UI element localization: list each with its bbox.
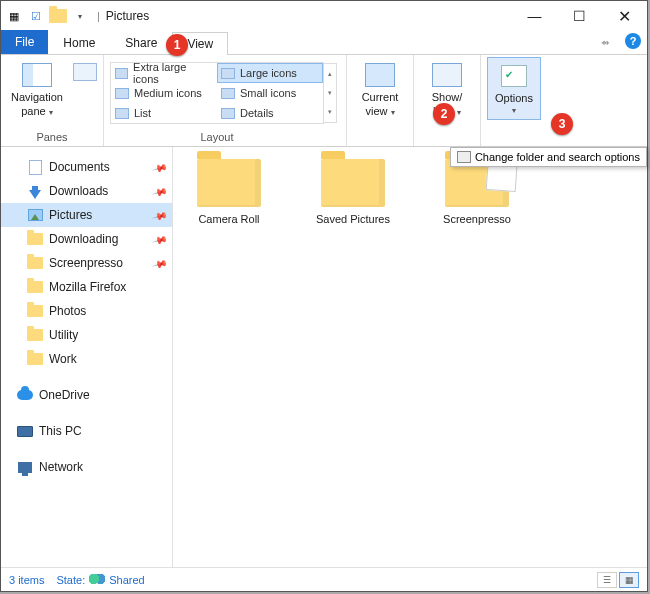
folder-icon bbox=[27, 280, 43, 294]
sidebar-label: OneDrive bbox=[39, 388, 90, 402]
checkbox-icon[interactable]: ☑ bbox=[27, 7, 45, 25]
icons-view-toggle[interactable]: ▦ bbox=[619, 572, 639, 588]
sidebar-item-mozilla-firefox[interactable]: Mozilla Firefox bbox=[1, 275, 172, 299]
layout-gallery[interactable]: Extra large icons Large icons Medium ico… bbox=[110, 62, 324, 124]
properties-icon[interactable]: ▦ bbox=[5, 7, 23, 25]
sidebar-item-downloads[interactable]: Downloads📌 bbox=[1, 179, 172, 203]
options-icon: ✔ bbox=[501, 65, 527, 87]
layout-extra-large-icons[interactable]: Extra large icons bbox=[111, 63, 217, 83]
folder-icon bbox=[321, 159, 385, 207]
folder-camera-roll[interactable]: Camera Roll bbox=[183, 159, 275, 225]
ribbon-group-panes: Navigation pane ▾ Panes bbox=[1, 55, 104, 146]
onedrive-icon bbox=[17, 388, 33, 402]
folder-icon bbox=[197, 159, 261, 207]
pin-icon: 📌 bbox=[152, 207, 168, 223]
status-state: State: Shared bbox=[56, 574, 144, 586]
explorer-body: Documents📌 Downloads📌 Pictures📌 Download… bbox=[1, 147, 647, 567]
sidebar-item-screenpresso[interactable]: Screenpresso📌 bbox=[1, 251, 172, 275]
folder-saved-pictures[interactable]: Saved Pictures bbox=[307, 159, 399, 225]
sidebar-item-photos[interactable]: Photos bbox=[1, 299, 172, 323]
navigation-pane-button[interactable]: Navigation pane ▾ bbox=[7, 57, 67, 121]
folder-label: Saved Pictures bbox=[316, 213, 390, 225]
maximize-button[interactable]: ☐ bbox=[557, 1, 602, 31]
folder-icon bbox=[27, 304, 43, 318]
folder-icon bbox=[27, 232, 43, 246]
quick-access-toolbar: ▦ ☑ ▾ bbox=[1, 7, 93, 25]
sidebar-item-this-pc[interactable]: This PC bbox=[1, 419, 172, 443]
window-title: Pictures bbox=[104, 9, 149, 23]
tab-share[interactable]: Share bbox=[110, 31, 172, 54]
folder-screenpresso[interactable]: Screenpresso bbox=[431, 159, 523, 225]
ribbon-group-show-hide: Show/ hide ▾ bbox=[414, 55, 481, 146]
sidebar-item-pictures[interactable]: Pictures📌 bbox=[1, 203, 172, 227]
details-view-toggle[interactable]: ☰ bbox=[597, 572, 617, 588]
downloads-icon bbox=[27, 184, 43, 198]
preview-pane-button[interactable] bbox=[73, 63, 97, 81]
minimize-ribbon-icon[interactable]: ⇴ bbox=[601, 37, 617, 45]
annotation-badge-1: 1 bbox=[166, 34, 188, 56]
panes-group-label: Panes bbox=[7, 129, 97, 146]
ribbon-group-current-view: Current view ▾ bbox=[347, 55, 414, 146]
tooltip-icon bbox=[457, 151, 471, 163]
documents-icon bbox=[27, 160, 43, 174]
shared-icon bbox=[89, 574, 105, 586]
ribbon-group-options: ✔ Options ▾ bbox=[481, 55, 547, 146]
layout-details[interactable]: Details bbox=[217, 103, 323, 123]
sidebar-label: Documents bbox=[49, 160, 110, 174]
options-label: Options bbox=[495, 92, 533, 104]
current-view-label2: view ▾ bbox=[365, 105, 394, 117]
file-content-area[interactable]: Camera Roll Saved Pictures Screenpresso bbox=[173, 147, 647, 567]
sidebar-item-onedrive[interactable]: OneDrive bbox=[1, 383, 172, 407]
sidebar-item-documents[interactable]: Documents📌 bbox=[1, 155, 172, 179]
help-icon[interactable]: ? bbox=[625, 33, 641, 49]
layout-medium-icons[interactable]: Medium icons bbox=[111, 83, 217, 103]
layout-list[interactable]: List bbox=[111, 103, 217, 123]
medium-icons-icon bbox=[115, 88, 129, 99]
details-icon bbox=[221, 108, 235, 119]
scroll-up-icon[interactable]: ▴ bbox=[324, 64, 336, 83]
window-controls: — ☐ ✕ bbox=[512, 1, 647, 31]
current-view-button[interactable]: Current view ▾ bbox=[353, 57, 407, 121]
item-count: 3 items bbox=[9, 574, 44, 586]
show-hide-group-label bbox=[420, 129, 474, 146]
pin-icon: 📌 bbox=[152, 255, 168, 271]
minimize-button[interactable]: — bbox=[512, 1, 557, 31]
qat-dropdown-icon[interactable]: ▾ bbox=[71, 7, 89, 25]
nav-pane-label2: pane ▾ bbox=[21, 105, 53, 117]
options-group-label bbox=[487, 129, 541, 146]
ribbon-group-layout: Extra large icons Large icons Medium ico… bbox=[104, 55, 347, 146]
sidebar-label: Network bbox=[39, 460, 83, 474]
current-view-icon bbox=[365, 63, 395, 87]
folder-icon bbox=[49, 7, 67, 25]
options-button[interactable]: ✔ Options ▾ bbox=[487, 57, 541, 120]
sidebar-label: Work bbox=[49, 352, 77, 366]
folder-icon bbox=[27, 328, 43, 342]
tab-file[interactable]: File bbox=[1, 30, 48, 54]
extra-large-icons-icon bbox=[115, 68, 128, 79]
title-bar: ▦ ☑ ▾ | Pictures — ☐ ✕ bbox=[1, 1, 647, 31]
close-button[interactable]: ✕ bbox=[602, 1, 647, 31]
pin-icon: 📌 bbox=[152, 231, 168, 247]
options-chevron-icon[interactable]: ▾ bbox=[512, 106, 516, 115]
show-hide-label1: Show/ bbox=[432, 91, 463, 103]
layout-group-label: Layout bbox=[110, 129, 324, 146]
layout-large-icons[interactable]: Large icons bbox=[217, 63, 323, 83]
sidebar-label: Pictures bbox=[49, 208, 92, 222]
scroll-down-icon[interactable]: ▾ bbox=[324, 83, 336, 102]
sidebar-item-downloading[interactable]: Downloading📌 bbox=[1, 227, 172, 251]
layout-scroll[interactable]: ▴ ▾ ▾ bbox=[324, 63, 337, 123]
pictures-icon bbox=[27, 208, 43, 222]
sidebar-item-work[interactable]: Work bbox=[1, 347, 172, 371]
tab-home[interactable]: Home bbox=[48, 31, 110, 54]
sidebar-label: Screenpresso bbox=[49, 256, 123, 270]
title-separator: | bbox=[93, 10, 104, 22]
sidebar-item-network[interactable]: Network bbox=[1, 455, 172, 479]
sidebar-item-utility[interactable]: Utility bbox=[1, 323, 172, 347]
folder-label: Camera Roll bbox=[198, 213, 259, 225]
this-pc-icon bbox=[17, 424, 33, 438]
scroll-more-icon[interactable]: ▾ bbox=[324, 103, 336, 122]
layout-small-icons[interactable]: Small icons bbox=[217, 83, 323, 103]
folder-icon bbox=[27, 256, 43, 270]
folder-label: Screenpresso bbox=[443, 213, 511, 225]
sidebar-label: Photos bbox=[49, 304, 86, 318]
